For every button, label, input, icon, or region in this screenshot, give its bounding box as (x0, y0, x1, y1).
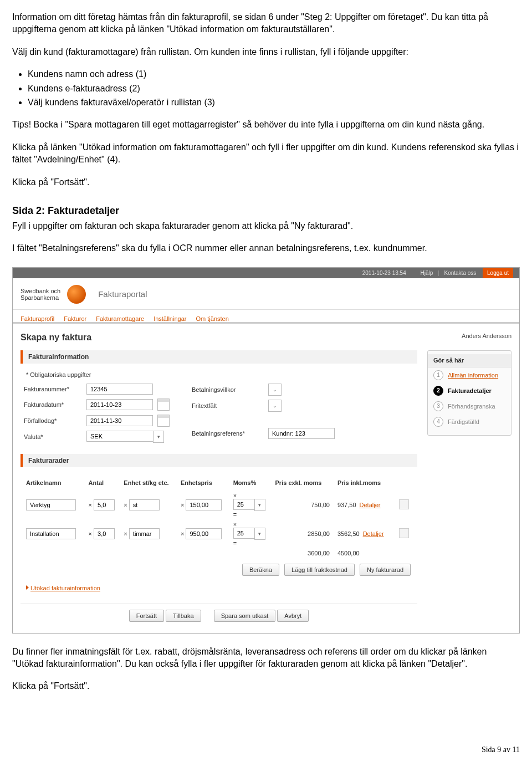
cancel-button[interactable]: Avbryt (277, 610, 309, 622)
delete-row-icon[interactable] (399, 499, 409, 509)
doc-paragraph: Välj din kund (fakturamottagare) från ru… (12, 46, 520, 58)
list-item: Kundens namn och adress (1) (28, 68, 520, 80)
unit-input[interactable] (129, 499, 160, 510)
triangle-right-icon (26, 585, 29, 590)
col-unitprice: Enhetspris (178, 476, 231, 491)
chevron-down-icon[interactable]: ▾ (254, 528, 265, 540)
new-row-button[interactable]: Ny fakturarad (360, 564, 411, 576)
col-vat: Moms% (231, 476, 273, 491)
nav-tab-om-tjansten[interactable]: Om tjänsten (196, 315, 229, 322)
doc-paragraph: Information om ditt företag hämtas från … (12, 11, 520, 36)
portal-title: Fakturaportal (98, 289, 147, 299)
unit-input[interactable] (129, 528, 160, 539)
mandatory-hint: * Obligatoriska uppgifter (26, 371, 414, 378)
details-link[interactable]: Detaljer (360, 502, 381, 508)
label-freetext: Fritextfält (192, 402, 264, 409)
logged-in-user: Anders Andersson (462, 333, 511, 339)
price-incl: 937,50 (337, 502, 356, 508)
doc-bullet-list: Kundens namn och adress (1) Kundens e-fa… (28, 68, 520, 109)
divider: | (438, 270, 439, 276)
vat-select[interactable] (233, 528, 254, 539)
col-incl: Pris inkl.moms (335, 476, 393, 491)
details-link[interactable]: Detaljer (363, 530, 384, 537)
nav-tab-installningar[interactable]: Inställningar (154, 315, 186, 322)
table-row: × × × × ▾ = 750,00 937,50Detaljer (24, 491, 414, 519)
label-payment-terms: Betalningsvillkor (192, 386, 264, 393)
panel-header-rows: Fakturarader (21, 454, 417, 467)
chevron-down-icon[interactable]: ▾ (153, 431, 164, 443)
col-excl: Pris exkl. moms (273, 476, 335, 491)
totals-row: 3600,00 4500,00 (24, 548, 414, 558)
doc-paragraph: Du finner fler inmatningsfält för t.ex. … (12, 646, 520, 671)
doc-paragraph: Klicka på "Fortsätt". (12, 680, 520, 692)
page-title: Skapa ny faktura (21, 333, 511, 343)
continue-button[interactable]: Fortsätt (129, 610, 164, 622)
chevron-down-icon[interactable]: ▾ (254, 499, 265, 511)
label-payment-ref: Betalningsreferens* (192, 430, 264, 437)
qty-input[interactable] (94, 499, 115, 510)
total-excl: 3600,00 (273, 548, 335, 558)
extended-info-link[interactable]: Utökad fakturainformation (26, 585, 100, 591)
step-1[interactable]: 1Allmän information (428, 367, 511, 383)
payment-reference-input[interactable] (268, 428, 335, 439)
brand-line: Swedbank och (21, 288, 60, 294)
panel-header-info: Fakturainformation (21, 350, 417, 364)
doc-paragraph: Fyll i uppgifter om fakturan och skapa f… (12, 220, 520, 232)
add-shipping-button[interactable]: Lägg till fraktkostnad (284, 564, 355, 576)
brand-name: Swedbank och Sparbankerna (21, 288, 60, 301)
calendar-icon[interactable] (157, 415, 170, 427)
back-button[interactable]: Tillbaka (166, 610, 201, 622)
total-incl: 4500,00 (335, 548, 393, 558)
step-4: 4Färdigställd (428, 414, 511, 430)
qty-input[interactable] (94, 528, 115, 539)
doc-paragraph: Tips! Bocka i "Spara mottagaren till ege… (12, 119, 520, 131)
delete-row-icon[interactable] (399, 528, 409, 538)
price-excl: 750,00 (273, 491, 335, 519)
table-row: × × × × ▾ = 2850,00 3562,50Detaljer (24, 519, 414, 548)
brand-line: Sparbankerna (21, 294, 60, 301)
brand-logo-icon (67, 285, 86, 304)
article-input[interactable] (26, 528, 76, 539)
app-screenshot: 2011-10-23 13:54 Hjälp | Kontakta oss Lo… (12, 267, 520, 634)
list-item: Välj kundens fakturaväxel/operatör i rul… (28, 96, 520, 109)
expand-icon[interactable]: ⌄ (268, 400, 282, 412)
currency-select[interactable] (86, 431, 153, 442)
save-draft-button[interactable]: Spara som utkast (214, 610, 276, 622)
nav-tab-fakturamottagare[interactable]: Fakturamottagare (96, 315, 144, 322)
col-unit: Enhet st/kg etc. (121, 476, 178, 491)
primary-nav: Fakturaprofil Fakturor Fakturamottagare … (13, 310, 519, 324)
unitprice-input[interactable] (186, 528, 222, 539)
doc-heading: Sida 2: Fakturadetaljer (12, 205, 520, 217)
nav-tab-fakturaprofil[interactable]: Fakturaprofil (21, 315, 54, 322)
article-input[interactable] (26, 499, 76, 510)
calendar-icon[interactable] (157, 399, 170, 411)
sidebar-title: Gör så här (428, 354, 511, 367)
steps-sidebar: Gör så här 1Allmän information 2Fakturad… (427, 350, 511, 436)
doc-paragraph: Klicka på "Fortsätt". (12, 176, 520, 188)
datetime-text: 2011-10-23 13:54 (362, 270, 406, 276)
logout-button[interactable]: Logga ut (483, 268, 513, 278)
price-incl: 3562,50 (337, 530, 360, 537)
contact-link[interactable]: Kontakta oss (444, 270, 476, 276)
unitprice-input[interactable] (186, 499, 222, 510)
calculate-button[interactable]: Beräkna (242, 564, 279, 576)
list-item: Kundens e-fakturaadress (2) (28, 83, 520, 95)
label-due-date: Förfallodag* (24, 417, 82, 424)
col-amount: Antal (86, 476, 122, 491)
invoice-date-input[interactable] (86, 399, 153, 410)
step-3: 3Förhandsgranska (428, 399, 511, 414)
doc-paragraph: Klicka på länken "Utökad information om … (12, 141, 520, 166)
invoice-rows-table: Artikelnamn Antal Enhet st/kg etc. Enhet… (24, 476, 414, 558)
brand-bar: Swedbank och Sparbankerna Fakturaportal (13, 278, 519, 310)
price-excl: 2850,00 (273, 519, 335, 548)
nav-tab-fakturor[interactable]: Fakturor (64, 315, 86, 322)
vat-select[interactable] (233, 499, 254, 510)
top-utility-bar: 2011-10-23 13:54 Hjälp | Kontakta oss Lo… (13, 268, 519, 278)
expand-icon[interactable]: ⌄ (268, 384, 282, 396)
label-currency: Valuta* (24, 433, 82, 440)
invoice-number-input[interactable] (86, 384, 153, 395)
label-invoice-date: Fakturadatum* (24, 401, 82, 408)
label-invoice-no: Fakturanummer* (24, 386, 82, 392)
help-link[interactable]: Hjälp (421, 270, 433, 276)
due-date-input[interactable] (86, 415, 153, 426)
